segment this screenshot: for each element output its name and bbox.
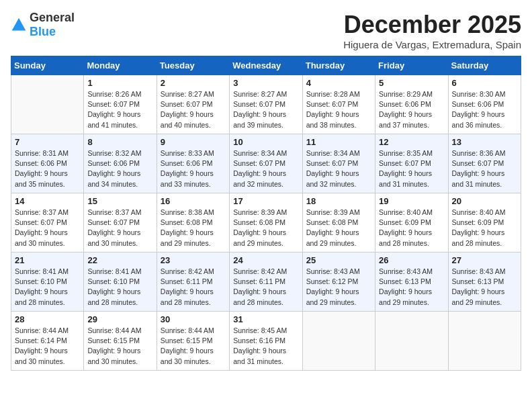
day-number: 26 (379, 255, 444, 265)
day-number: 7 (15, 137, 80, 147)
day-info: Sunrise: 8:42 AMSunset: 6:11 PMDaylight:… (161, 267, 226, 308)
weekday-header-tuesday: Tuesday (157, 56, 229, 75)
day-number: 22 (87, 255, 152, 265)
day-info: Sunrise: 8:45 AMSunset: 6:16 PMDaylight:… (233, 326, 298, 367)
logo-text: General Blue (30, 11, 75, 39)
calendar-cell: 25Sunrise: 8:43 AMSunset: 6:12 PMDayligh… (302, 253, 375, 312)
day-number: 10 (233, 137, 298, 147)
day-number: 11 (306, 137, 371, 147)
day-info: Sunrise: 8:31 AMSunset: 6:06 PMDaylight:… (15, 148, 80, 189)
day-info: Sunrise: 8:34 AMSunset: 6:07 PMDaylight:… (306, 148, 371, 189)
day-number: 21 (15, 255, 80, 265)
calendar-cell: 8Sunrise: 8:32 AMSunset: 6:06 PMDaylight… (84, 134, 157, 193)
calendar-cell: 11Sunrise: 8:34 AMSunset: 6:07 PMDayligh… (302, 134, 375, 193)
calendar-cell: 22Sunrise: 8:41 AMSunset: 6:10 PMDayligh… (84, 253, 157, 312)
calendar-table: SundayMondayTuesdayWednesdayThursdayFrid… (11, 56, 521, 371)
day-number: 15 (87, 196, 152, 206)
calendar-cell: 15Sunrise: 8:37 AMSunset: 6:07 PMDayligh… (84, 193, 157, 253)
calendar-cell: 27Sunrise: 8:43 AMSunset: 6:13 PMDayligh… (448, 253, 521, 312)
day-info: Sunrise: 8:27 AMSunset: 6:07 PMDaylight:… (233, 89, 298, 130)
calendar-cell: 31Sunrise: 8:45 AMSunset: 6:16 PMDayligh… (230, 312, 302, 371)
weekday-header-thursday: Thursday (302, 56, 375, 75)
calendar-week-2: 7Sunrise: 8:31 AMSunset: 6:06 PMDaylight… (11, 134, 521, 193)
day-number: 31 (233, 314, 298, 324)
calendar-body: 1Sunrise: 8:26 AMSunset: 6:07 PMDaylight… (11, 75, 521, 371)
day-info: Sunrise: 8:43 AMSunset: 6:12 PMDaylight:… (306, 267, 371, 308)
day-info: Sunrise: 8:37 AMSunset: 6:07 PMDaylight:… (87, 208, 152, 248)
day-number: 9 (161, 137, 226, 147)
day-info: Sunrise: 8:44 AMSunset: 6:15 PMDaylight:… (87, 326, 152, 367)
day-number: 8 (87, 137, 152, 147)
calendar-cell: 18Sunrise: 8:39 AMSunset: 6:08 PMDayligh… (302, 193, 375, 253)
day-info: Sunrise: 8:39 AMSunset: 6:08 PMDaylight:… (233, 208, 298, 248)
weekday-header-monday: Monday (84, 56, 157, 75)
day-number: 6 (452, 78, 517, 88)
calendar-cell (11, 75, 84, 134)
calendar-cell: 9Sunrise: 8:33 AMSunset: 6:06 PMDaylight… (157, 134, 229, 193)
calendar-cell: 21Sunrise: 8:41 AMSunset: 6:10 PMDayligh… (11, 253, 84, 312)
day-number: 18 (306, 196, 371, 206)
day-number: 4 (306, 78, 371, 88)
calendar-cell: 24Sunrise: 8:42 AMSunset: 6:11 PMDayligh… (230, 253, 302, 312)
day-number: 23 (161, 255, 226, 265)
calendar-cell: 10Sunrise: 8:34 AMSunset: 6:07 PMDayligh… (230, 134, 302, 193)
day-number: 1 (87, 78, 152, 88)
day-number: 20 (452, 196, 517, 206)
day-number: 25 (306, 255, 371, 265)
day-info: Sunrise: 8:43 AMSunset: 6:13 PMDaylight:… (379, 267, 444, 308)
calendar-cell: 20Sunrise: 8:40 AMSunset: 6:09 PMDayligh… (448, 193, 521, 253)
day-info: Sunrise: 8:40 AMSunset: 6:09 PMDaylight:… (452, 208, 517, 248)
day-info: Sunrise: 8:35 AMSunset: 6:07 PMDaylight:… (379, 148, 444, 189)
day-info: Sunrise: 8:29 AMSunset: 6:06 PMDaylight:… (379, 89, 444, 130)
calendar-cell (448, 312, 521, 371)
day-info: Sunrise: 8:30 AMSunset: 6:06 PMDaylight:… (452, 89, 517, 130)
day-number: 14 (15, 196, 80, 206)
calendar-cell: 17Sunrise: 8:39 AMSunset: 6:08 PMDayligh… (230, 193, 302, 253)
day-info: Sunrise: 8:41 AMSunset: 6:10 PMDaylight:… (87, 267, 152, 308)
logo-blue: Blue (30, 25, 56, 38)
day-number: 3 (233, 78, 298, 88)
calendar-cell: 13Sunrise: 8:36 AMSunset: 6:07 PMDayligh… (448, 134, 521, 193)
day-number: 19 (379, 196, 444, 206)
calendar-cell: 28Sunrise: 8:44 AMSunset: 6:14 PMDayligh… (11, 312, 84, 371)
day-info: Sunrise: 8:41 AMSunset: 6:10 PMDaylight:… (15, 267, 80, 308)
calendar-cell: 30Sunrise: 8:44 AMSunset: 6:15 PMDayligh… (157, 312, 229, 371)
day-number: 13 (452, 137, 517, 147)
calendar-cell: 1Sunrise: 8:26 AMSunset: 6:07 PMDaylight… (84, 75, 157, 134)
day-info: Sunrise: 8:43 AMSunset: 6:13 PMDaylight:… (452, 267, 517, 308)
logo: General Blue (11, 11, 75, 39)
calendar-cell: 16Sunrise: 8:38 AMSunset: 6:08 PMDayligh… (157, 193, 229, 253)
title-area: December 2025 Higuera de Vargas, Extrema… (343, 11, 521, 50)
day-info: Sunrise: 8:38 AMSunset: 6:08 PMDaylight:… (161, 208, 226, 248)
day-info: Sunrise: 8:44 AMSunset: 6:15 PMDaylight:… (161, 326, 226, 367)
weekday-header-sunday: Sunday (11, 56, 84, 75)
calendar-cell: 2Sunrise: 8:27 AMSunset: 6:07 PMDaylight… (157, 75, 229, 134)
calendar-cell: 7Sunrise: 8:31 AMSunset: 6:06 PMDaylight… (11, 134, 84, 193)
day-number: 29 (87, 314, 152, 324)
svg-marker-0 (12, 18, 26, 31)
calendar-cell: 5Sunrise: 8:29 AMSunset: 6:06 PMDaylight… (375, 75, 448, 134)
day-info: Sunrise: 8:36 AMSunset: 6:07 PMDaylight:… (452, 148, 517, 189)
month-title: December 2025 (343, 11, 521, 39)
page-header: General Blue December 2025 Higuera de Va… (11, 11, 521, 50)
day-info: Sunrise: 8:42 AMSunset: 6:11 PMDaylight:… (233, 267, 298, 308)
day-info: Sunrise: 8:34 AMSunset: 6:07 PMDaylight:… (233, 148, 298, 189)
calendar-cell: 23Sunrise: 8:42 AMSunset: 6:11 PMDayligh… (157, 253, 229, 312)
calendar-cell: 29Sunrise: 8:44 AMSunset: 6:15 PMDayligh… (84, 312, 157, 371)
day-info: Sunrise: 8:28 AMSunset: 6:07 PMDaylight:… (306, 89, 371, 130)
day-number: 16 (161, 196, 226, 206)
day-number: 2 (161, 78, 226, 88)
day-number: 30 (161, 314, 226, 324)
logo-icon (11, 17, 27, 33)
day-info: Sunrise: 8:33 AMSunset: 6:06 PMDaylight:… (161, 148, 226, 189)
day-number: 12 (379, 137, 444, 147)
weekday-header-saturday: Saturday (448, 56, 521, 75)
day-number: 5 (379, 78, 444, 88)
day-info: Sunrise: 8:27 AMSunset: 6:07 PMDaylight:… (161, 89, 226, 130)
day-info: Sunrise: 8:32 AMSunset: 6:06 PMDaylight:… (87, 148, 152, 189)
calendar-cell: 4Sunrise: 8:28 AMSunset: 6:07 PMDaylight… (302, 75, 375, 134)
day-number: 24 (233, 255, 298, 265)
calendar-cell: 14Sunrise: 8:37 AMSunset: 6:07 PMDayligh… (11, 193, 84, 253)
calendar-cell: 26Sunrise: 8:43 AMSunset: 6:13 PMDayligh… (375, 253, 448, 312)
day-info: Sunrise: 8:39 AMSunset: 6:08 PMDaylight:… (306, 208, 371, 248)
